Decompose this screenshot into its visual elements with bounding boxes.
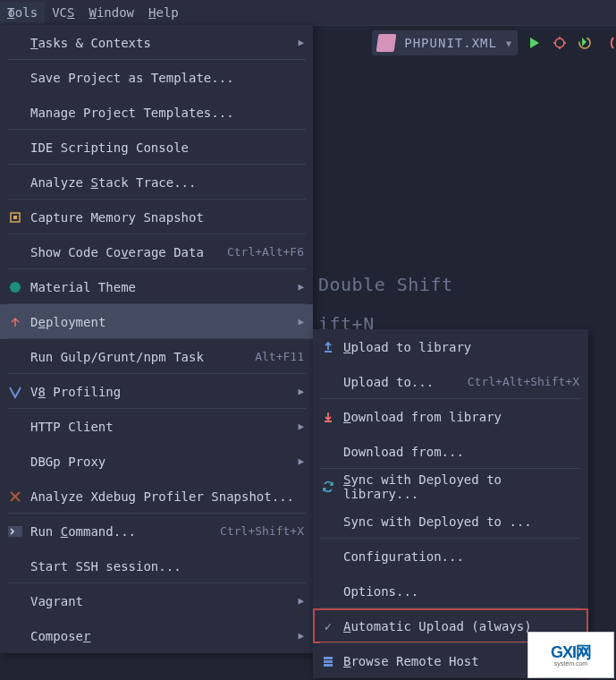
menu-item-stack-trace[interactable]: Analyze Stack Trace... — [0, 165, 313, 200]
submenu-arrow-icon: ▶ — [298, 595, 304, 607]
terminal-icon — [7, 523, 23, 540]
menu-item-composer[interactable]: Composer▶ — [0, 618, 313, 653]
label: HTTP Client — [30, 420, 114, 434]
shortcut: Alt+F11 — [255, 350, 304, 363]
label: Capture Memory Snapshot — [30, 210, 204, 225]
cross-icon — [7, 489, 23, 505]
svg-rect-13 — [324, 660, 333, 663]
check-icon: ✓ — [320, 618, 336, 634]
chip-icon — [7, 209, 23, 225]
download-icon — [320, 409, 336, 425]
menu-item-scripting[interactable]: IDE Scripting Console — [0, 130, 313, 165]
submenu-arrow-icon: ▶ — [298, 421, 304, 432]
submenu-arrow-icon: ▶ — [298, 37, 304, 48]
menu-tools[interactable]: Tools — [0, 2, 45, 23]
shortcut: Ctrl+Alt+Shift+X — [468, 375, 579, 388]
watermark-url: system.com — [554, 660, 587, 667]
upload-icon — [320, 339, 336, 355]
run-config-icon — [376, 34, 397, 52]
label: Upload to... — [343, 375, 434, 389]
sub-download[interactable]: Download from library — [313, 399, 588, 434]
toolbar: PHPUNIT.XML ▼ — [372, 25, 616, 61]
menu-item-v8[interactable]: V8 Profiling▶ — [0, 374, 313, 409]
sub-syncwith[interactable]: Sync with Deployed to ... — [313, 504, 588, 539]
sub-config[interactable]: Configuration... — [313, 539, 588, 574]
submenu-arrow-icon: ▶ — [298, 316, 304, 327]
menu-item-run-command[interactable]: Run Command...Ctrl+Shift+X — [0, 514, 313, 548]
label: Save Project as Template... — [30, 71, 234, 85]
sub-options[interactable]: Options... — [313, 574, 588, 608]
label: IDE Scripting Console — [30, 140, 189, 155]
shortcut: Ctrl+Shift+X — [220, 524, 304, 538]
submenu-arrow-icon: ▶ — [298, 455, 304, 467]
menu-item-gulp[interactable]: Run Gulp/Grunt/npm TaskAlt+F11 — [0, 339, 313, 374]
label: Options... — [343, 584, 418, 599]
svg-rect-12 — [324, 657, 333, 659]
run-config-dropdown[interactable]: PHPUNIT.XML ▼ — [372, 30, 518, 55]
label: Material Theme — [30, 280, 136, 294]
menu-item-save-template[interactable]: Save Project as Template... — [0, 60, 313, 95]
menu-item-tasks[interactable]: Tasks & Contexts▶ — [0, 25, 313, 60]
coverage-icon[interactable] — [577, 35, 593, 51]
menu-item-dbgp[interactable]: DBGp Proxy▶ — [0, 444, 313, 479]
watermark: GXI网 system.com — [527, 632, 614, 678]
label: Run Gulp/Grunt/npm Task — [30, 350, 204, 364]
stop-icon[interactable] — [602, 35, 616, 51]
menu-item-xdebug[interactable]: Analyze Xdebug Profiler Snapshot... — [0, 479, 313, 514]
submenu-arrow-icon: ▶ — [298, 281, 304, 293]
svg-rect-7 — [13, 216, 17, 219]
sub-sync[interactable]: Sync with Deployed to library... — [313, 469, 588, 504]
bg-hint-double-shift: Double Shift — [318, 274, 453, 295]
label: DBGp Proxy — [30, 455, 105, 469]
sub-downloadfrom[interactable]: Download from... — [313, 434, 588, 469]
run-config-label: PHPUNIT.XML — [404, 36, 497, 50]
svg-rect-14 — [324, 664, 333, 667]
menu-item-ssh[interactable]: Start SSH session... — [0, 548, 313, 583]
menu-item-manage-templates[interactable]: Manage Project Templates... — [0, 95, 313, 130]
sync-icon — [320, 479, 336, 495]
menu-vcs[interactable]: VCS — [45, 2, 81, 23]
label: Download from... — [343, 445, 464, 459]
menubar: Tools VCS Window Help — [0, 0, 616, 26]
menu-item-deployment[interactable]: Deployment▶ — [0, 304, 313, 339]
run-icon[interactable] — [527, 35, 543, 51]
menu-item-http[interactable]: HTTP Client▶ — [0, 409, 313, 444]
watermark-brand: GXI网 — [551, 644, 591, 660]
circle-icon — [7, 279, 23, 295]
menu-window[interactable]: Window — [81, 2, 141, 23]
svg-point-0 — [555, 38, 564, 47]
menu-item-coverage[interactable]: Show Code Coverage DataCtrl+Alt+F6 — [0, 234, 313, 269]
menu-item-capture[interactable]: Capture Memory Snapshot — [0, 200, 313, 234]
sub-uploadto[interactable]: Upload to...Ctrl+Alt+Shift+X — [313, 364, 588, 399]
svg-rect-11 — [8, 526, 22, 537]
debug-icon[interactable] — [552, 35, 568, 51]
menu-help[interactable]: Help — [141, 2, 186, 23]
server-icon — [320, 653, 336, 669]
menu-tools-label: ools — [7, 5, 38, 20]
label: Start SSH session... — [30, 559, 181, 574]
label: Configuration... — [343, 549, 464, 564]
shortcut: Ctrl+Alt+F6 — [227, 245, 304, 259]
upload-icon — [7, 314, 23, 330]
svg-point-8 — [10, 282, 21, 293]
v8-icon — [7, 384, 23, 400]
label: Vagrant — [30, 594, 83, 608]
label: Analyze Xdebug Profiler Snapshot... — [30, 489, 294, 504]
deployment-submenu: Upload to library Upload to...Ctrl+Alt+S… — [313, 329, 588, 678]
submenu-arrow-icon: ▶ — [298, 630, 304, 642]
chevron-down-icon: ▼ — [506, 38, 512, 48]
tools-menu: Tasks & Contexts▶ Save Project as Templa… — [0, 25, 313, 653]
menu-item-material[interactable]: Material Theme▶ — [0, 269, 313, 304]
label: Sync with Deployed to ... — [343, 514, 532, 529]
submenu-arrow-icon: ▶ — [298, 386, 304, 397]
menu-item-vagrant[interactable]: Vagrant▶ — [0, 583, 313, 618]
sub-upload[interactable]: Upload to library — [313, 329, 588, 364]
label: Manage Project Templates... — [30, 106, 234, 120]
